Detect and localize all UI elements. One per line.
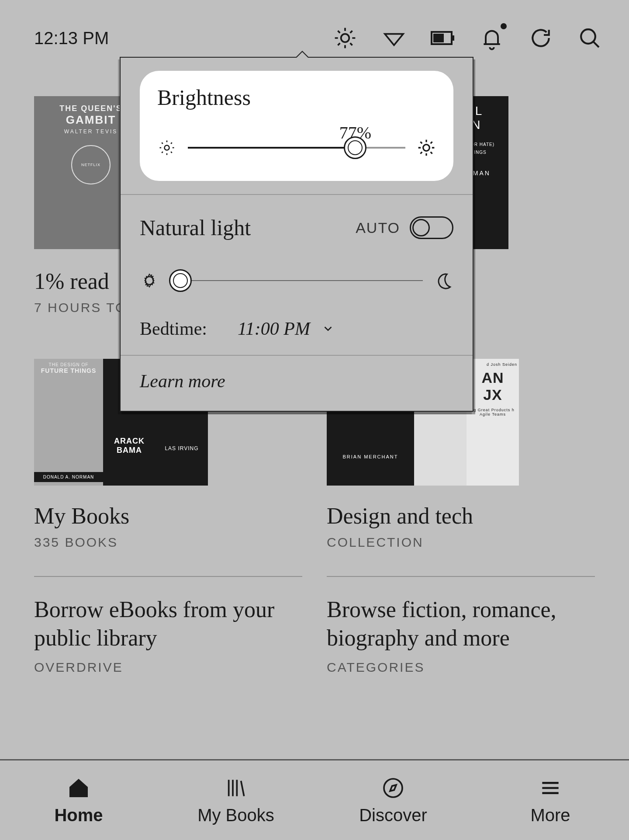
nav-label: My Books (197, 805, 274, 825)
brightness-icon[interactable] (332, 25, 358, 51)
bedtime-dropdown[interactable]: 11:00 PM (238, 318, 335, 339)
brightness-thumb[interactable] (344, 136, 366, 159)
bedtime-value: 11:00 PM (238, 318, 310, 339)
brightness-popover: Brightness 77% Natural light AUTO (120, 57, 473, 412)
auto-label: AUTO (356, 219, 400, 236)
bottom-nav: Home My Books Discover More (0, 759, 629, 840)
nav-label: Discover (359, 805, 427, 825)
promo-title: Browse fiction, romance, biography and m… (327, 595, 595, 652)
learn-more-link[interactable]: Learn more (121, 356, 473, 411)
nav-my-books[interactable]: My Books (157, 760, 314, 840)
brightness-slider[interactable]: 77% (188, 147, 405, 149)
brightness-card: Brightness 77% (140, 71, 453, 181)
section-sub: COLLECTION (327, 535, 595, 550)
section-title: My Books (34, 503, 302, 529)
battery-icon[interactable] (430, 25, 456, 51)
promo-title: Borrow eBooks from your public library (34, 595, 302, 652)
section-sub: 335 BOOKS (34, 535, 302, 550)
moon-icon (434, 271, 453, 290)
auto-toggle[interactable] (410, 216, 453, 239)
categories-card[interactable]: Browse fiction, romance, biography and m… (327, 595, 595, 675)
bedtime-label: Bedtime: (140, 318, 207, 339)
nav-label: More (530, 805, 570, 825)
sync-icon[interactable] (528, 25, 554, 51)
book-cover: THE DESIGN OF FUTURE THINGS DONALD A. NO… (34, 359, 103, 486)
promo-sub: CATEGORIES (327, 660, 595, 675)
warmth-slider[interactable] (170, 280, 423, 281)
notifications-icon[interactable] (479, 25, 505, 51)
nav-more[interactable]: More (472, 760, 629, 840)
popover-arrow-icon (295, 51, 309, 58)
home-icon (66, 776, 91, 800)
promo-sub: OVERDRIVE (34, 660, 302, 675)
svg-rect-3 (433, 34, 444, 42)
svg-point-8 (384, 779, 402, 797)
natural-light-section: Natural light AUTO Bedtime: 11:00 PM (121, 195, 473, 355)
clock-time: 12:13 PM (34, 28, 109, 48)
nav-discover[interactable]: Discover (314, 760, 472, 840)
natural-light-title: Natural light (140, 215, 251, 240)
notification-dot-icon (501, 23, 507, 29)
compass-icon (381, 776, 405, 800)
toggle-knob (412, 219, 430, 236)
sun-icon (140, 271, 159, 290)
book-cover: d Josh Seiden AN JX ng Great Products h … (467, 359, 519, 486)
brightness-title: Brightness (157, 85, 436, 110)
overdrive-card[interactable]: Borrow eBooks from your public library O… (34, 595, 302, 675)
books-icon (224, 776, 248, 800)
search-icon[interactable] (577, 25, 603, 51)
brightness-high-icon (417, 138, 436, 157)
warmth-thumb[interactable] (169, 269, 192, 292)
section-title: Design and tech (327, 503, 595, 529)
svg-rect-2 (453, 35, 454, 41)
svg-point-5 (165, 146, 169, 150)
status-bar: 12:13 PM (34, 23, 603, 53)
nav-home[interactable]: Home (0, 760, 157, 840)
svg-point-4 (581, 29, 595, 44)
chevron-down-icon (321, 322, 335, 335)
wifi-icon[interactable] (381, 25, 407, 51)
brightness-low-icon (157, 138, 176, 157)
menu-icon (538, 776, 563, 800)
svg-point-6 (423, 145, 430, 151)
nav-label: Home (54, 805, 103, 825)
svg-point-0 (341, 34, 349, 42)
